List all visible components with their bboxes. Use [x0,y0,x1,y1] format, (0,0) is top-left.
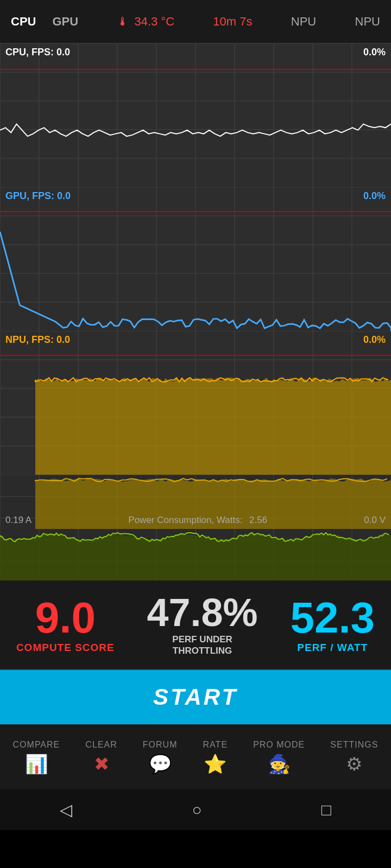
settings-icon: ⚙ [346,753,362,775]
throttle-value: 47.8% [147,593,257,632]
npu-chart-section: NPU, FPS: 0.0 0.0% [0,331,391,475]
gpu-percent-label: 0.0% [363,190,386,202]
compare-icon: 📊 [25,753,48,775]
throttle-block: 47.8% PERF UNDERTHROTTLING [147,593,257,656]
throttle-label: PERF UNDERTHROTTLING [172,634,232,656]
nav-settings[interactable]: SETTINGS ⚙ [330,740,378,775]
start-button[interactable]: START [0,670,391,724]
forum-label: FORUM [143,740,178,750]
npu-canvas [0,331,391,475]
compute-score-label: COMPUTE SCORE [16,642,115,654]
compute-score-value: 9.0 [35,596,96,640]
gpu-fps-label: GPU, FPS: 0.0 [5,190,71,202]
nav-forum[interactable]: FORUM 💬 [143,740,178,775]
tab-cpu[interactable]: CPU [11,15,36,29]
npu-fps-label: NPU, FPS: 0.0 [5,334,70,346]
nav-promode[interactable]: PRO MODE 🧙 [253,740,305,775]
perf-watt-label: PERF / WATT [297,642,368,654]
status-bar: CPU GPU 🌡 34.3 °C 10m 7s NPU NPU [0,0,391,43]
perf-watt-block: 52.3 PERF / WATT [290,596,375,654]
clear-icon: ✖ [94,753,109,775]
rate-label: RATE [203,740,228,750]
cpu-fps-label: CPU, FPS: 0.0 [5,47,70,58]
start-button-label: START [153,684,238,710]
cpu-canvas [0,43,391,187]
npu-percent-label: 0.0% [363,334,386,346]
back-button[interactable]: ◁ [60,800,72,819]
settings-label: SETTINGS [330,740,378,750]
power-label-bar: 0.19 A Power Consumption, Watts: 2.56 0.… [0,515,391,526]
timer-value: 10m 7s [213,15,252,29]
gpu-canvas [0,187,391,331]
cpu-percent-label: 0.0% [363,47,386,58]
clear-label: CLEAR [85,740,117,750]
nav-rate[interactable]: RATE ⭐ [203,740,228,775]
home-button[interactable]: ○ [192,801,201,819]
compare-label: COMPARE [13,740,60,750]
tab-gpu[interactable]: GPU [52,15,78,29]
npu2-label: NPU [355,15,380,29]
voltage-value: 0.0 V [364,515,386,526]
compute-score-block: 9.0 COMPUTE SCORE [16,596,115,654]
promode-label: PRO MODE [253,740,305,750]
power-section: 0.19 A Power Consumption, Watts: 2.56 0.… [0,475,391,580]
forum-icon: 💬 [149,753,172,775]
npu1-label: NPU [291,15,316,29]
system-nav: ◁ ○ □ [0,789,391,830]
rate-icon: ⭐ [204,753,226,775]
score-section: 9.0 COMPUTE SCORE 47.8% PERF UNDERTHROTT… [0,580,391,670]
bottom-nav: COMPARE 📊 CLEAR ✖ FORUM 💬 RATE ⭐ PRO MOD… [0,724,391,789]
perf-watt-value: 52.3 [290,596,375,640]
temperature-value: 34.3 °C [134,15,174,29]
recent-button[interactable]: □ [321,801,331,819]
promode-icon: 🧙 [268,753,291,775]
status-center: 🌡 34.3 °C [117,15,174,29]
nav-clear[interactable]: CLEAR ✖ [85,740,117,775]
current-value: 0.19 A [5,515,31,526]
thermometer-icon: 🌡 [117,15,129,29]
power-canvas [0,475,391,580]
status-tabs: CPU GPU [11,15,78,29]
cpu-chart-section: CPU, FPS: 0.0 0.0% [0,43,391,187]
nav-compare[interactable]: COMPARE 📊 [13,740,60,775]
power-consumption-label: Power Consumption, Watts: 2.56 [128,515,267,526]
gpu-chart-section: GPU, FPS: 0.0 0.0% [0,187,391,331]
